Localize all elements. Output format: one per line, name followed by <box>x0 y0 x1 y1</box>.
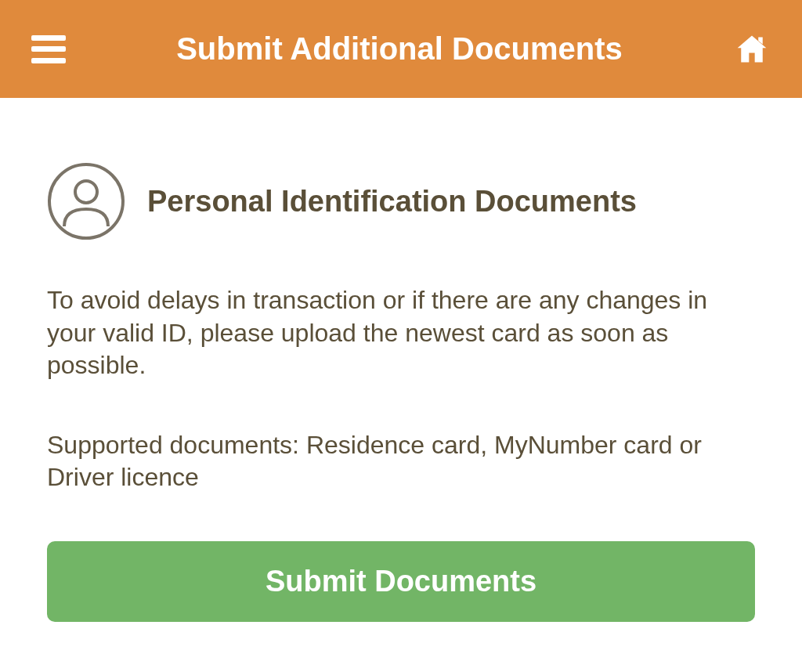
home-icon[interactable] <box>733 32 771 67</box>
app-header: Submit Additional Documents <box>0 0 802 98</box>
svg-point-1 <box>75 181 97 203</box>
section-header: Personal Identification Documents <box>47 162 755 240</box>
main-content: Personal Identification Documents To avo… <box>0 98 802 622</box>
person-icon <box>47 162 125 240</box>
hamburger-menu-icon[interactable] <box>31 35 66 63</box>
page-title: Submit Additional Documents <box>66 31 733 67</box>
section-title: Personal Identification Documents <box>147 185 637 219</box>
description-text: To avoid delays in transaction or if the… <box>47 284 755 382</box>
supported-documents-text: Supported documents: Residence card, MyN… <box>47 429 755 494</box>
submit-documents-button[interactable]: Submit Documents <box>47 541 755 622</box>
